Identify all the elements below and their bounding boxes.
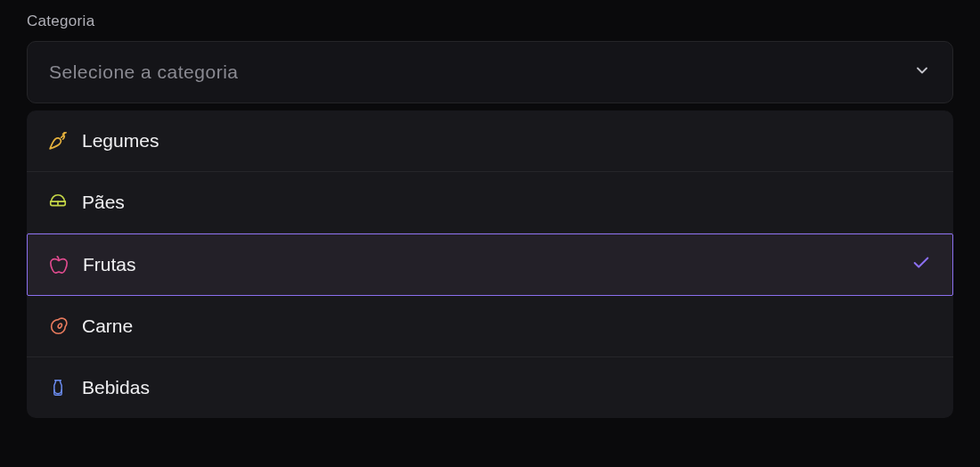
category-select[interactable]: Selecione a categoria: [27, 41, 953, 103]
option-label: Frutas: [83, 254, 136, 275]
chevron-down-icon: [913, 61, 931, 83]
option-frutas[interactable]: Frutas: [27, 234, 953, 296]
option-label: Legumes: [82, 130, 159, 152]
option-label: Carne: [82, 315, 133, 337]
apple-icon: [49, 255, 69, 274]
carrot-icon: [48, 131, 68, 151]
option-label: Bebidas: [82, 377, 150, 398]
milk-icon: [48, 378, 68, 397]
sandwich-icon: [48, 193, 68, 212]
select-placeholder: Selecione a categoria: [49, 61, 238, 83]
option-carne[interactable]: Carne: [27, 296, 953, 357]
option-label: Pães: [82, 192, 125, 213]
category-dropdown: Legumes Pães Frutas: [27, 111, 953, 418]
option-paes[interactable]: Pães: [27, 172, 953, 234]
option-bebidas[interactable]: Bebidas: [27, 357, 953, 418]
meat-icon: [48, 316, 68, 336]
check-icon: [911, 253, 931, 276]
field-label: Categoria: [27, 12, 953, 30]
option-legumes[interactable]: Legumes: [27, 111, 953, 172]
